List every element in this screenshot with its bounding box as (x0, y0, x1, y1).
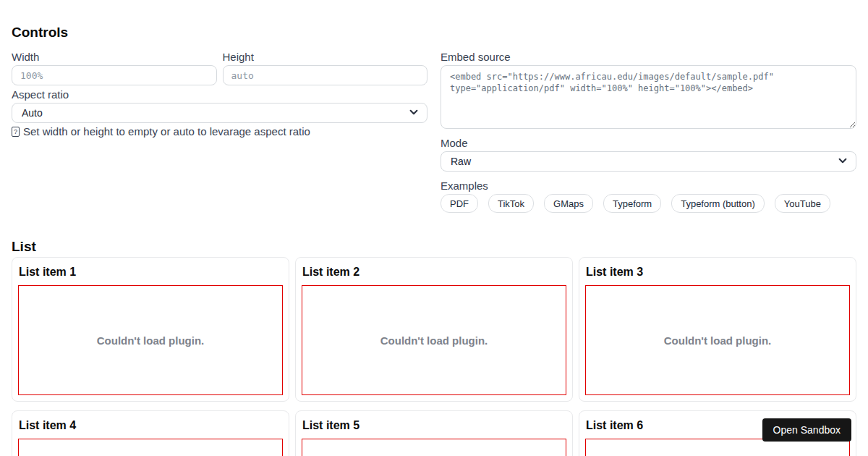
mode-label: Mode (441, 138, 856, 148)
list-item-title: List item 2 (302, 265, 566, 279)
mode-value: Raw (451, 156, 471, 167)
list-item-title: List item 3 (586, 265, 850, 279)
example-button-tiktok[interactable]: TikTok (488, 194, 534, 213)
width-label: Width (12, 51, 217, 62)
plugin-error-text: Couldn't load plugin. (380, 334, 488, 347)
aspect-ratio-hint: ? Set width or height to empty or auto t… (12, 126, 427, 138)
page: Controls Width Height Aspect ratio Auto (0, 25, 868, 456)
width-input[interactable] (12, 65, 217, 85)
embed-source-field-group: Embed source <embed src="https://www.afr… (441, 51, 856, 129)
list-item-card-4: List item 4 Couldn't load plugin. (12, 410, 289, 456)
plugin-error-text: Couldn't load plugin. (664, 334, 772, 347)
aspect-ratio-label: Aspect ratio (12, 89, 427, 100)
mode-field-group: Mode Raw (441, 138, 856, 172)
list-item-card-2: List item 2 Couldn't load plugin. (295, 257, 573, 402)
example-button-youtube[interactable]: YouTube (775, 194, 830, 213)
controls-heading: Controls (12, 25, 856, 41)
plugin-error-text: Couldn't load plugin. (97, 334, 205, 347)
list-item-title: List item 5 (302, 418, 566, 432)
list-grid: List item 1 Couldn't load plugin. List i… (12, 257, 856, 456)
aspect-ratio-value: Auto (22, 107, 43, 119)
plugin-error-box: Couldn't load plugin. (18, 439, 283, 456)
list-item-card-3: List item 3 Couldn't load plugin. (579, 257, 856, 402)
width-field-group: Width (12, 51, 217, 85)
example-button-pdf[interactable]: PDF (441, 194, 478, 213)
embed-source-label: Embed source (441, 51, 856, 62)
list-item-title: List item 4 (19, 418, 283, 432)
height-field-group: Height (223, 51, 428, 85)
missing-glyph-icon: ? (12, 127, 20, 137)
aspect-ratio-select[interactable]: Auto (12, 103, 427, 123)
plugin-error-box: Couldn't load plugin. (18, 285, 283, 395)
list-item-card-1: List item 1 Couldn't load plugin. (12, 257, 289, 402)
open-sandbox-button[interactable]: Open Sandbox (762, 418, 851, 442)
chevron-down-icon (409, 107, 419, 119)
controls-panel: Width Height Aspect ratio Auto (12, 51, 856, 213)
examples-group: Examples PDF TikTok GMaps Typeform Typef… (441, 180, 856, 213)
list-item-title: List item 1 (19, 265, 283, 279)
plugin-error-box: Couldn't load plugin. (302, 285, 566, 395)
example-button-typeform[interactable]: Typeform (603, 194, 661, 213)
examples-button-row: PDF TikTok GMaps Typeform Typeform (butt… (441, 194, 856, 213)
height-input[interactable] (223, 65, 428, 85)
list-heading: List (12, 239, 856, 255)
example-button-gmaps[interactable]: GMaps (544, 194, 593, 213)
controls-right-column: Embed source <embed src="https://www.afr… (441, 51, 856, 213)
controls-left-column: Width Height Aspect ratio Auto (12, 51, 427, 138)
embed-source-textarea[interactable]: <embed src="https://www.africau.edu/imag… (441, 65, 856, 129)
aspect-ratio-field-group: Aspect ratio Auto (12, 89, 427, 123)
height-label: Height (223, 51, 428, 62)
mode-select[interactable]: Raw (441, 151, 856, 172)
examples-label: Examples (441, 180, 856, 191)
list-item-card-5: List item 5 Couldn't load plugin. (295, 410, 573, 456)
aspect-ratio-hint-text: Set width or height to empty or auto to … (23, 126, 310, 138)
plugin-error-box: Couldn't load plugin. (585, 285, 850, 395)
example-button-typeform-button[interactable]: Typeform (button) (671, 194, 765, 213)
plugin-error-box: Couldn't load plugin. (302, 439, 566, 456)
chevron-down-icon (838, 156, 848, 168)
